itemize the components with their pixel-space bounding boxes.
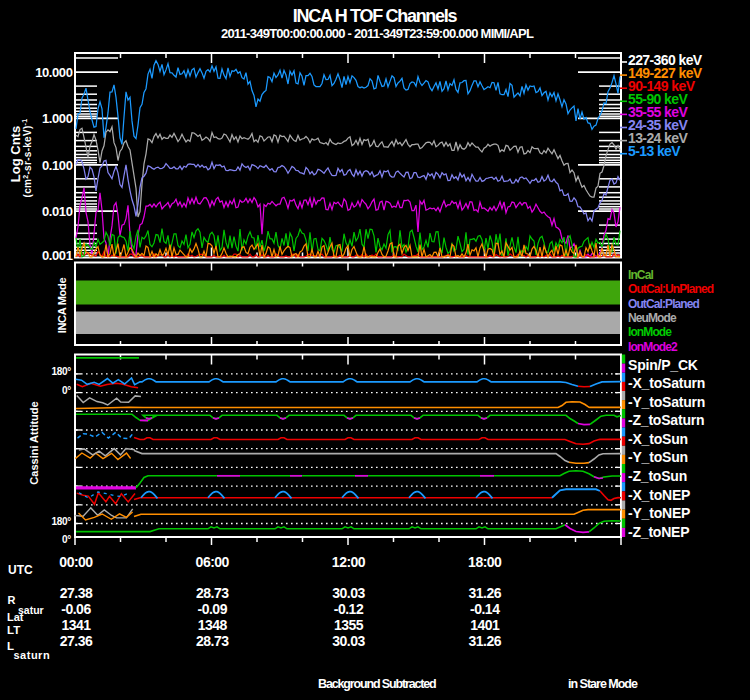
svg-text:OutCal:UnPlaned: OutCal:UnPlaned	[628, 282, 714, 296]
svg-text:1341: 1341	[61, 617, 91, 633]
svg-text:InCal: InCal	[628, 268, 653, 282]
svg-text:Background Subtracted: Background Subtracted	[318, 677, 436, 691]
svg-text:R: R	[8, 594, 16, 606]
svg-text:Cassini Attitude: Cassini Attitude	[28, 401, 40, 484]
svg-text:Lat: Lat	[7, 611, 24, 623]
svg-text:28.73: 28.73	[196, 585, 229, 601]
svg-text:IonMode: IonMode	[628, 325, 672, 339]
svg-text:-0.12: -0.12	[334, 601, 364, 617]
svg-text:Log Cnts: Log Cnts	[8, 126, 23, 182]
svg-text:(cm2-sr-s-keV)-1: (cm2-sr-s-keV)-1	[21, 119, 33, 198]
svg-text:-Z_toSun: -Z_toSun	[628, 468, 687, 484]
svg-text:27.36: 27.36	[60, 633, 93, 649]
svg-text:-X_toNEP: -X_toNEP	[628, 487, 690, 503]
svg-text:-Y_toSun: -Y_toSun	[628, 449, 688, 465]
svg-text:INCA Mode: INCA Mode	[56, 278, 68, 334]
svg-text:-X_toSaturn: -X_toSaturn	[628, 375, 705, 391]
svg-text:saturn: saturn	[14, 649, 51, 661]
svg-text:30.03: 30.03	[332, 585, 365, 601]
svg-text:30.03: 30.03	[332, 633, 365, 649]
svg-text:31.26: 31.26	[468, 633, 501, 649]
svg-text:-0.14: -0.14	[470, 601, 500, 617]
svg-text:1401: 1401	[470, 617, 500, 633]
svg-text:-0.06: -0.06	[61, 601, 91, 617]
svg-text:1.000: 1.000	[42, 111, 73, 126]
svg-text:1348: 1348	[198, 617, 228, 633]
svg-text:00:00: 00:00	[59, 554, 93, 570]
svg-text:-Z_toSaturn: -Z_toSaturn	[628, 412, 704, 428]
svg-text:-Y_toNEP: -Y_toNEP	[628, 505, 690, 521]
svg-text:5-13 keV: 5-13 keV	[628, 143, 681, 159]
svg-text:0°: 0°	[62, 534, 71, 545]
svg-text:UTC: UTC	[8, 563, 33, 577]
svg-text:0.100: 0.100	[42, 158, 73, 173]
svg-text:-X_toSun: -X_toSun	[628, 431, 688, 447]
svg-text:18:00: 18:00	[468, 554, 502, 570]
svg-text:12:00: 12:00	[332, 554, 366, 570]
svg-text:-0.09: -0.09	[198, 601, 228, 617]
svg-text:180°: 180°	[52, 366, 72, 377]
svg-text:28.73: 28.73	[196, 633, 229, 649]
svg-text:2011-349T00:00:00.000 - 2011-3: 2011-349T00:00:00.000 - 2011-349T23:59:0…	[221, 26, 534, 41]
svg-text:Spin/P_CK: Spin/P_CK	[628, 357, 698, 373]
svg-text:OutCal:Planed: OutCal:Planed	[628, 297, 700, 311]
svg-text:10.000: 10.000	[35, 65, 73, 80]
svg-text:27.38: 27.38	[60, 585, 93, 601]
svg-text:INCA H TOF Channels: INCA H TOF Channels	[293, 6, 458, 26]
svg-text:1355: 1355	[334, 617, 364, 633]
svg-text:31.26: 31.26	[468, 585, 501, 601]
svg-text:NeuMode: NeuMode	[628, 311, 677, 325]
svg-text:IonMode2: IonMode2	[628, 340, 678, 354]
svg-text:180°: 180°	[52, 516, 72, 527]
svg-text:LT: LT	[7, 624, 20, 636]
svg-text:-Y_toSaturn: -Y_toSaturn	[628, 394, 705, 410]
svg-text:in Stare Mode: in Stare Mode	[568, 677, 638, 691]
svg-text:06:00: 06:00	[196, 554, 230, 570]
svg-text:0.001: 0.001	[42, 248, 73, 263]
svg-text:0°: 0°	[62, 385, 71, 396]
svg-text:0.010: 0.010	[42, 204, 73, 219]
svg-text:-Z_toNEP: -Z_toNEP	[628, 524, 689, 540]
